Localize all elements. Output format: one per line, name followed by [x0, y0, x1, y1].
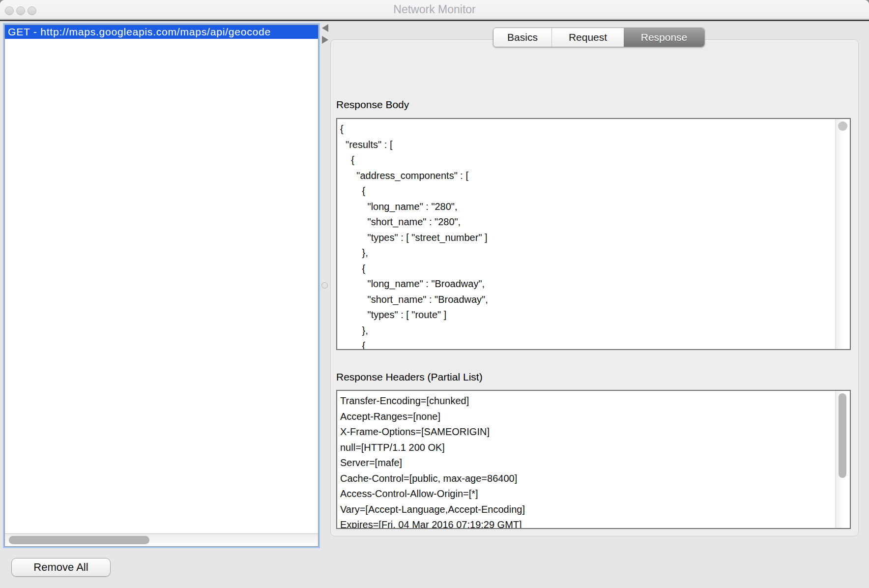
response-headers-vertical-scrollbar[interactable]: [835, 391, 850, 528]
code-line: Transfer-Encoding=[chunked]: [340, 393, 835, 409]
collapse-left-arrow-icon[interactable]: [322, 24, 328, 32]
tab-request[interactable]: Request: [552, 28, 624, 47]
horizontal-scrollbar[interactable]: [5, 533, 318, 546]
code-line: "long_name" : "Broadway",: [340, 276, 835, 292]
request-list[interactable]: GET - http://maps.googleapis.com/maps/ap…: [4, 25, 319, 547]
divider-dimple-icon[interactable]: [321, 282, 328, 289]
request-list-item[interactable]: GET - http://maps.googleapis.com/maps/ap…: [5, 25, 318, 39]
code-line: {: [340, 152, 835, 168]
titlebar: Network Monitor: [0, 0, 869, 19]
code-line: {: [340, 261, 835, 277]
code-line: Vary=[Accept-Language,Accept-Encoding]: [340, 502, 835, 518]
code-line: {: [340, 338, 835, 349]
code-line: Access-Control-Allow-Origin=[*]: [340, 486, 835, 502]
vertical-scrollbar-thumb[interactable]: [839, 393, 846, 478]
window-title: Network Monitor: [0, 0, 869, 19]
code-line: "short_name" : "280",: [340, 214, 835, 230]
code-line: "short_name" : "Broadway",: [340, 292, 835, 308]
code-line: Expires=[Fri, 04 Mar 2016 07:19:29 GMT]: [340, 517, 835, 528]
code-line: "types" : [ "street_number" ]: [340, 230, 835, 246]
code-line: {: [340, 121, 835, 137]
response-headers-content: Transfer-Encoding=[chunked]Accept-Ranges…: [337, 391, 835, 528]
code-line: "results" : [: [340, 137, 835, 153]
split-divider[interactable]: [320, 23, 330, 548]
code-line: {: [340, 183, 835, 199]
code-line: "types" : [ "route" ]: [340, 307, 835, 323]
remove-all-button[interactable]: Remove All: [11, 558, 111, 577]
collapse-right-arrow-icon[interactable]: [322, 36, 328, 44]
tab-response[interactable]: Response: [624, 28, 704, 47]
response-headers-textarea[interactable]: Transfer-Encoding=[chunked]Accept-Ranges…: [336, 390, 851, 529]
vertical-scrollbar-thumb[interactable]: [838, 121, 847, 131]
tab-basics[interactable]: Basics: [493, 28, 552, 47]
horizontal-scrollbar-thumb[interactable]: [9, 536, 149, 544]
response-headers-label: Response Headers (Partial List): [336, 371, 483, 383]
code-line: X-Frame-Options=[SAMEORIGIN]: [340, 424, 835, 440]
code-line: "address_components" : [: [340, 168, 835, 184]
titlebar-separator: [0, 20, 869, 22]
network-monitor-window: Network Monitor GET - http://maps.google…: [0, 0, 869, 588]
code-line: Server=[mafe]: [340, 455, 835, 471]
code-line: "long_name" : "280",: [340, 199, 835, 215]
tab-bar: Basics Request Response: [493, 28, 705, 47]
response-body-vertical-scrollbar[interactable]: [835, 119, 850, 349]
response-body-label: Response Body: [336, 99, 409, 111]
code-line: Accept-Ranges=[none]: [340, 409, 835, 425]
response-body-textarea[interactable]: { "results" : [ { "address_components" :…: [336, 118, 851, 350]
code-line: },: [340, 323, 835, 339]
code-line: },: [340, 245, 835, 261]
response-body-content: { "results" : [ { "address_components" :…: [337, 119, 835, 349]
code-line: Cache-Control=[public, max-age=86400]: [340, 471, 835, 487]
code-line: null=[HTTP/1.1 200 OK]: [340, 440, 835, 456]
request-list-panel: GET - http://maps.googleapis.com/maps/ap…: [3, 23, 320, 548]
